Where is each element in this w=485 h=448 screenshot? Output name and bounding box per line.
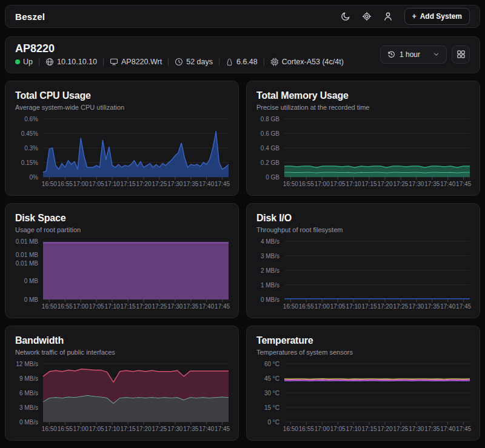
x-axis-label: 17:00 (73, 426, 89, 432)
x-axis-label: 16:50 (283, 426, 298, 432)
chart-plot-area (284, 119, 470, 177)
cpu-chart[interactable]: 0.6%0.45%0.3%0.15%0%16:5016:5517:0017:05… (15, 119, 229, 188)
system-summary-left: AP8220 Up 10.10.10.10 AP8220.Wrt (15, 42, 344, 66)
x-axis-label: 16:55 (58, 181, 73, 187)
layout-grid-button[interactable] (452, 45, 470, 64)
x-axis-label: 17:40 (440, 303, 455, 310)
x-axis-label: 17:35 (183, 181, 198, 187)
chart-title: Temperature (256, 335, 470, 346)
system-name: AP8220 (15, 42, 344, 55)
chart-subtitle: Temperatures of system sensors (256, 349, 470, 356)
x-axis: 16:5016:5517:0017:0517:1017:1517:2017:25… (43, 177, 229, 188)
y-axis: 60 °C45 °C30 °C15 °C0 °C (256, 364, 284, 422)
penguin-icon (226, 58, 233, 66)
chart-title: Disk I/O (256, 213, 470, 224)
x-axis-label: 17:35 (424, 426, 440, 432)
x-axis-label: 17:05 (89, 303, 104, 310)
y-axis: 0.01 MB0.01 MB0.01 MB0 MB0 MB (15, 241, 43, 299)
x-axis-label: 17:30 (167, 426, 182, 432)
ip-item: 10.10.10.10 (45, 58, 97, 66)
x-axis-label: 17:20 (377, 181, 392, 187)
meta-divider (264, 58, 264, 66)
y-axis-label: 0 MB (24, 296, 38, 303)
y-axis-label: 0 GB (266, 174, 279, 181)
user-menu-button[interactable] (382, 10, 394, 22)
plus-icon: + (412, 12, 416, 21)
x-axis-label: 16:55 (58, 426, 73, 432)
x-axis-label: 17:30 (409, 181, 424, 187)
chart-plot-area (43, 119, 229, 177)
x-axis-label: 17:10 (105, 303, 120, 310)
uptime-item: 52 days (175, 58, 213, 66)
memory-chart[interactable]: 0.8 GB0.6 GB0.4 GB0.2 GB0 GB16:5016:5517… (256, 119, 470, 188)
cpu-model-item: Cortex-A53 (4c/4t) (270, 58, 344, 66)
x-axis-label: 17:40 (440, 181, 455, 187)
y-axis: 4 MB/s3 MB/s2 MB/s1 MB/s0 MB/s (256, 241, 284, 299)
chart-subtitle: Throughput of root filesystem (256, 226, 470, 233)
x-axis-label: 17:35 (183, 426, 198, 432)
status-text: Up (23, 58, 33, 66)
chart-canvas (43, 119, 229, 177)
time-range-label: 1 hour (400, 50, 420, 59)
y-axis-label: 0.15% (21, 159, 38, 166)
x-axis-label: 17:45 (215, 426, 230, 432)
bandwidth-chart[interactable]: 12 MB/s9 MB/s6 MB/s3 MB/s0 MB/s16:5016:5… (15, 364, 229, 433)
disk-io-chart[interactable]: 4 MB/s3 MB/s2 MB/s1 MB/s0 MB/s16:5016:55… (256, 241, 470, 310)
system-summary-card: AP8220 Up 10.10.10.10 AP8220.Wrt (5, 36, 480, 73)
temperature-chart[interactable]: 60 °C45 °C30 °C15 °C0 °C16:5016:5517:001… (256, 364, 470, 433)
x-axis-label: 17:05 (330, 426, 346, 432)
history-icon (387, 50, 395, 58)
x-axis-label: 17:10 (105, 426, 120, 432)
chart-canvas (43, 364, 229, 422)
system-meta-row: Up 10.10.10.10 AP8220.Wrt 52 days (15, 58, 344, 66)
add-system-label: Add System (420, 12, 462, 21)
y-axis-label: 3 MB/s (19, 404, 38, 411)
x-axis-label: 17:40 (199, 426, 214, 432)
y-axis-label: 0% (30, 174, 38, 181)
y-axis-label: 0 °C (267, 419, 279, 426)
x-axis-label: 17:40 (199, 303, 214, 310)
x-axis-label: 17:00 (73, 181, 89, 187)
y-axis-label: 0.8 GB (261, 116, 279, 122)
chart-title: Total Memory Usage (256, 90, 470, 101)
x-axis-label: 17:20 (136, 426, 151, 432)
x-axis-label: 16:50 (283, 303, 298, 310)
add-system-button[interactable]: + Add System (404, 8, 470, 25)
hostname-value: AP8220.Wrt (121, 58, 162, 66)
x-axis-label: 17:00 (315, 181, 330, 187)
y-axis-label: 45 °C (264, 375, 279, 382)
chart-card-cpu: Total CPU Usage Average system-wide CPU … (5, 81, 239, 196)
kernel-item: 6.6.48 (226, 58, 258, 66)
x-axis-label: 16:50 (42, 181, 57, 187)
chart-title: Total CPU Usage (15, 90, 229, 101)
x-axis-label: 17:15 (121, 303, 136, 310)
dashboard-page: Beszel + Add System AP8220 Up (0, 0, 485, 446)
y-axis-label: 4 MB/s (261, 238, 279, 245)
disk-space-chart[interactable]: 0.01 MB0.01 MB0.01 MB0 MB0 MB16:5016:551… (15, 241, 229, 310)
meta-divider (168, 58, 169, 66)
x-axis-label: 17:35 (424, 181, 440, 187)
y-axis-label: 0 MB/s (19, 419, 38, 426)
y-axis-label: 2 MB/s (261, 267, 279, 274)
x-axis-label: 17:10 (346, 181, 361, 187)
chart-canvas (284, 119, 470, 177)
chart-title: Disk Space (15, 213, 229, 224)
y-axis-label: 9 MB/s (19, 375, 38, 382)
y-axis-label: 15 °C (264, 404, 279, 411)
x-axis: 16:5016:5517:0017:0517:1017:1517:2017:25… (284, 299, 470, 310)
x-axis-label: 17:05 (330, 181, 346, 187)
time-range-select[interactable]: 1 hour (380, 45, 447, 64)
layout-grid-icon (457, 50, 466, 59)
y-axis: 0.6%0.45%0.3%0.15%0% (15, 119, 43, 177)
theme-toggle-button[interactable] (340, 10, 352, 22)
y-axis-label: 6 MB/s (19, 390, 38, 396)
chart-subtitle: Precise utilization at the recorded time (256, 104, 470, 111)
y-axis-label: 0.01 MB (16, 252, 38, 258)
x-axis-label: 16:50 (283, 181, 298, 187)
x-axis-label: 16:55 (299, 426, 314, 432)
chart-plot-area (43, 241, 229, 299)
x-axis-label: 17:25 (152, 426, 167, 432)
brand-logo[interactable]: Beszel (15, 12, 45, 22)
user-icon (383, 12, 393, 21)
settings-button[interactable] (361, 10, 373, 22)
